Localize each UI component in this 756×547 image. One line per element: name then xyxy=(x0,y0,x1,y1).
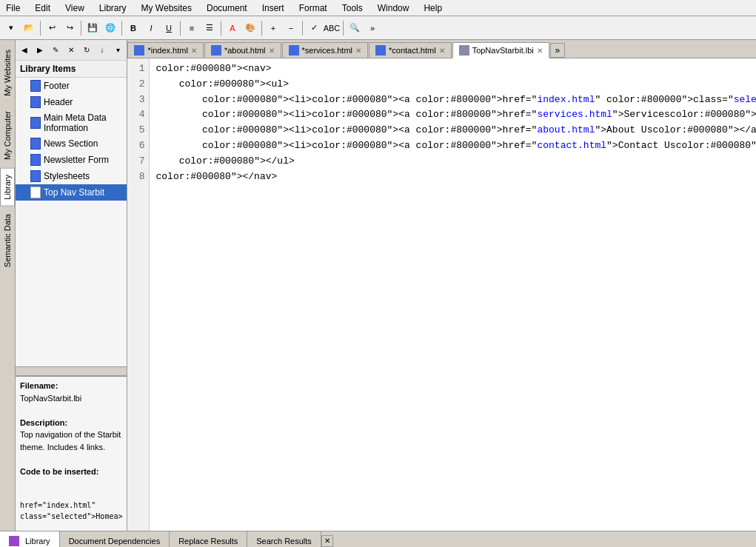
toolbar-new[interactable]: ▾ xyxy=(3,20,19,36)
sep8 xyxy=(343,21,344,36)
lib-refresh[interactable]: ↻ xyxy=(79,43,94,58)
bottom-panel: LibraryDocument DependenciesReplace Resu… xyxy=(0,531,756,547)
menu-file[interactable]: File xyxy=(3,1,23,15)
tab-bar: *index.html✕*about.html✕*services.html✕*… xyxy=(127,40,756,58)
toolbar-italic[interactable]: I xyxy=(143,20,159,36)
sep1 xyxy=(40,21,41,36)
code-line[interactable]: color:#000080"></nav> xyxy=(155,170,756,185)
library-item[interactable]: News Section xyxy=(16,135,127,152)
line-number: 8 xyxy=(132,170,144,185)
menu-view[interactable]: View xyxy=(62,1,87,15)
vtab-semantic-data[interactable]: Semantic Data xyxy=(0,207,15,274)
toolbar-forward[interactable]: ↪ xyxy=(61,20,78,36)
tab-about[interactable]: *about.html✕ xyxy=(204,42,281,58)
code-line[interactable]: color:#000080"><li>color:#000080"><a col… xyxy=(155,93,756,108)
menu-tools[interactable]: Tools xyxy=(339,1,366,15)
toolbar-more[interactable]: » xyxy=(364,20,381,36)
code-line[interactable]: color:#000080"><li>color:#000080"><a col… xyxy=(155,138,756,154)
toolbar-back[interactable]: ↩ xyxy=(44,20,60,36)
toolbar-search[interactable]: 🔍 xyxy=(347,20,363,36)
library-item[interactable]: Main Meta Data Information xyxy=(16,110,127,135)
vtab-library[interactable]: Library xyxy=(0,168,15,207)
sep3 xyxy=(121,21,122,36)
menu-help[interactable]: Help xyxy=(421,1,445,15)
bottom-tab-icon xyxy=(9,536,19,546)
library-item[interactable]: Newsletter Form xyxy=(16,152,127,168)
menu-insert[interactable]: Insert xyxy=(259,1,287,15)
line-number: 3 xyxy=(132,93,144,108)
toolbar-list[interactable]: ☰ xyxy=(201,20,218,36)
menu-window[interactable]: Window xyxy=(375,1,412,15)
library-item[interactable]: Stylesheets xyxy=(16,168,127,184)
toolbar-zoom-in[interactable]: + xyxy=(265,20,281,36)
library-item[interactable]: Footer xyxy=(16,78,127,94)
lib-forward[interactable]: ▶ xyxy=(33,43,47,58)
lib-back[interactable]: ◀ xyxy=(17,43,32,58)
filename-value: TopNavStarbit.lbi xyxy=(20,394,81,403)
tab-close-icon[interactable]: ✕ xyxy=(439,47,445,55)
menu-my-websites[interactable]: My Websites xyxy=(138,1,195,15)
menu-edit[interactable]: Edit xyxy=(32,1,53,15)
tab-close-icon[interactable]: ✕ xyxy=(269,47,275,55)
code-area[interactable]: 12345678 color:#000080"><nav> color:#000… xyxy=(127,58,756,531)
bottom-tab-label: Replace Results xyxy=(178,537,238,546)
menu-library[interactable]: Library xyxy=(96,1,130,15)
toolbar-spell[interactable]: ABC xyxy=(324,20,340,36)
library-item-icon xyxy=(30,138,41,150)
lib-menu[interactable]: ▾ xyxy=(110,43,125,58)
code-line[interactable]: color:#000080"></ul> xyxy=(155,154,756,170)
code-line[interactable]: color:#000080"><nav> xyxy=(155,61,756,77)
toolbar-underline[interactable]: U xyxy=(161,20,177,36)
bottom-close-icon[interactable]: ✕ xyxy=(321,535,333,547)
tab-services[interactable]: *services.html✕ xyxy=(282,42,368,58)
tab-icon xyxy=(211,45,221,56)
toolbar-open[interactable]: 📂 xyxy=(21,20,37,36)
tab-overflow[interactable]: » xyxy=(550,43,565,58)
bottom-tab-document-dependencies[interactable]: Document Dependencies xyxy=(60,531,170,547)
library-item[interactable]: Header xyxy=(16,94,127,110)
tab-icon xyxy=(375,45,386,56)
toolbar-preview[interactable]: 🌐 xyxy=(102,20,118,36)
bottom-tab-search-results[interactable]: Search Results xyxy=(247,531,321,547)
main-container: My Websites My Computer Library Semantic… xyxy=(0,40,756,531)
lib-insert[interactable]: ↓ xyxy=(95,43,110,58)
filename-label: Filename: xyxy=(20,381,58,390)
tab-index[interactable]: *index.html✕ xyxy=(127,42,203,58)
toolbar-check[interactable]: ✓ xyxy=(306,20,322,36)
lib-delete[interactable]: ✕ xyxy=(64,43,78,58)
toolbar-align[interactable]: ≡ xyxy=(184,20,200,36)
desc-value: Top navigation of the Starbit theme. Inc… xyxy=(20,430,121,452)
library-toolbar: ◀ ▶ ✎ ✕ ↻ ↓ ▾ xyxy=(16,40,127,61)
toolbar-zoom-out[interactable]: − xyxy=(283,20,299,36)
vtab-my-computer[interactable]: My Computer xyxy=(0,104,15,167)
tab-close-icon[interactable]: ✕ xyxy=(355,47,361,55)
menu-document[interactable]: Document xyxy=(204,1,250,15)
toolbar-bg[interactable]: 🎨 xyxy=(242,20,258,36)
library-item-label: Footer xyxy=(44,81,70,91)
code-line[interactable]: color:#000080"><li>color:#000080"><a col… xyxy=(155,107,756,123)
code-content[interactable]: color:#000080"><nav> color:#000080"><ul>… xyxy=(150,58,756,531)
code-value: href="index.html"class="selected">Homea> xyxy=(20,477,122,522)
menu-format[interactable]: Format xyxy=(296,1,330,15)
tab-close-icon[interactable]: ✕ xyxy=(191,47,197,55)
toolbar-save[interactable]: 💾 xyxy=(84,20,101,36)
library-scroll[interactable] xyxy=(16,366,127,375)
line-numbers: 12345678 xyxy=(127,58,150,531)
tab-topnav[interactable]: TopNavStarbit.lbi✕ xyxy=(452,42,549,58)
library-item[interactable]: Top Nav Starbit xyxy=(16,184,127,201)
code-line[interactable]: color:#000080"><li>color:#000080"><a col… xyxy=(155,123,756,138)
line-number: 6 xyxy=(132,138,144,154)
library-item-icon xyxy=(30,96,41,108)
bottom-tab-library[interactable]: Library xyxy=(0,531,60,547)
toolbar-color[interactable]: A xyxy=(224,20,241,36)
code-line[interactable]: color:#000080"><ul> xyxy=(155,77,756,93)
bottom-tab-replace-results[interactable]: Replace Results xyxy=(170,531,247,547)
tab-contact[interactable]: *contact.html✕ xyxy=(369,42,452,58)
vtab-my-websites[interactable]: My Websites xyxy=(0,43,15,103)
toolbar: ▾ 📂 ↩ ↪ 💾 🌐 B I U ≡ ☰ A 🎨 + − ✓ ABC 🔍 » xyxy=(0,16,756,40)
line-number: 4 xyxy=(132,107,144,123)
lib-new[interactable]: ✎ xyxy=(48,43,63,58)
library-item-label: Stylesheets xyxy=(44,171,90,181)
tab-close-icon[interactable]: ✕ xyxy=(537,47,543,55)
toolbar-bold[interactable]: B xyxy=(125,20,141,36)
